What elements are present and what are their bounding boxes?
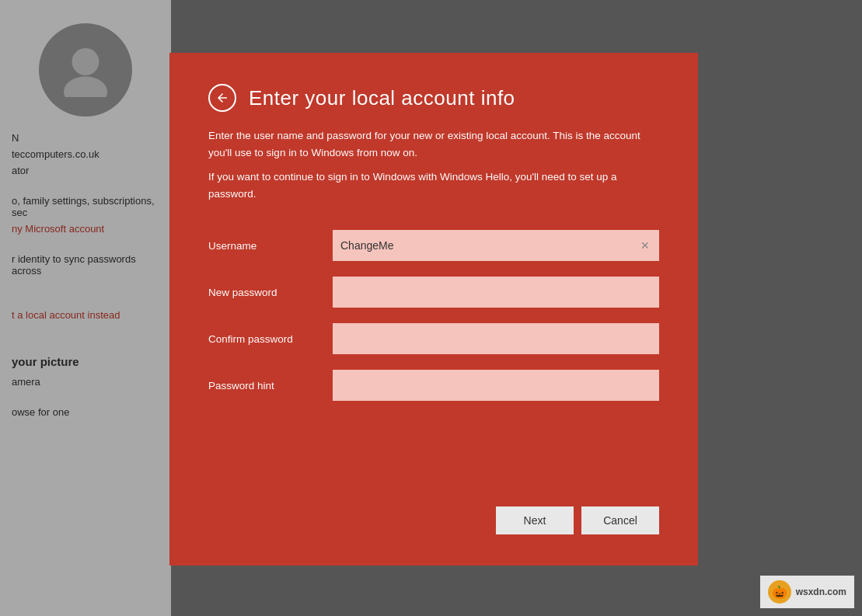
description-line2: If you want to continue to sign in to Wi… [208, 169, 659, 202]
new-password-label: New password [208, 287, 333, 298]
username-clear-button[interactable]: ✕ [637, 238, 653, 253]
description-line1: Enter the user name and password for you… [208, 127, 659, 161]
watermark-site: wsxdn.com [796, 586, 846, 597]
new-password-row: New password [208, 277, 659, 308]
username-row: Username ✕ [208, 230, 659, 261]
dialog-description: Enter the user name and password for you… [208, 127, 659, 210]
watermark-logo: 🎃 [768, 580, 791, 604]
back-button[interactable] [208, 84, 236, 112]
new-password-input-wrapper [333, 277, 659, 308]
local-account-dialog: Enter your local account info Enter the … [169, 53, 698, 566]
password-hint-input-wrapper [333, 370, 659, 401]
password-hint-input[interactable] [333, 370, 659, 401]
watermark: 🎃 wsxdn.com [760, 576, 854, 608]
confirm-password-row: Confirm password [208, 323, 659, 354]
confirm-password-label: Confirm password [208, 333, 333, 345]
password-hint-label: Password hint [208, 380, 333, 392]
username-input-wrapper: ✕ [333, 230, 659, 261]
confirm-password-input[interactable] [333, 323, 659, 354]
cancel-button[interactable]: Cancel [581, 506, 659, 534]
dialog-header: Enter your local account info [208, 84, 659, 112]
username-label: Username [208, 240, 333, 252]
username-input[interactable] [333, 230, 659, 261]
next-button[interactable]: Next [496, 506, 574, 534]
dialog-footer: Next Cancel [208, 491, 659, 534]
confirm-password-input-wrapper [333, 323, 659, 354]
password-hint-row: Password hint [208, 370, 659, 401]
dialog-title: Enter your local account info [249, 86, 515, 110]
new-password-input[interactable] [333, 277, 659, 308]
account-form: Username ✕ New password Confirm password… [208, 222, 659, 491]
